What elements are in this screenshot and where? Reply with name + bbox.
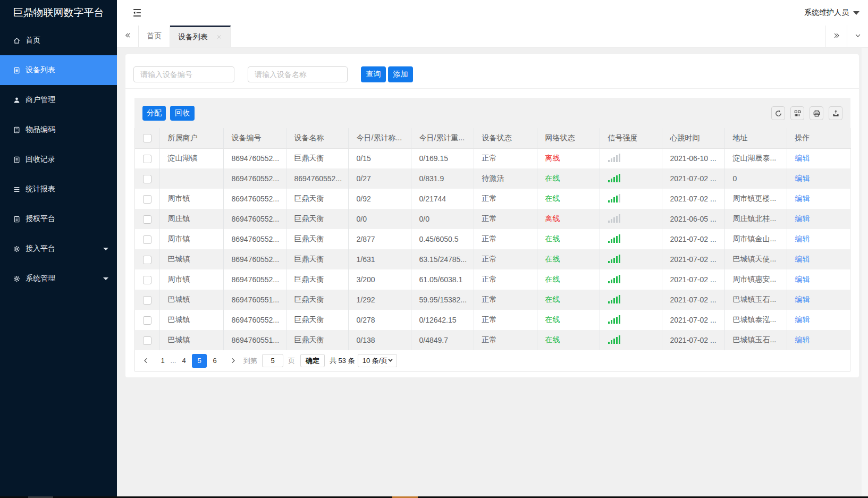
row-checkbox[interactable] <box>143 316 151 325</box>
row-checkbox[interactable] <box>143 215 151 224</box>
sidebar-item-设备列表[interactable]: 设备列表 <box>0 55 117 85</box>
sidebar-item-物品编码[interactable]: 物品编码 <box>0 115 117 145</box>
edit-link[interactable]: 编辑 <box>795 214 810 223</box>
signal-strength-bars <box>608 335 621 344</box>
edit-link[interactable]: 编辑 <box>795 154 810 162</box>
app-title: 巨鼎物联网数字平台 <box>0 0 117 26</box>
assign-button[interactable]: 分配 <box>142 106 166 121</box>
edit-link[interactable]: 编辑 <box>795 335 810 344</box>
columns-button[interactable] <box>790 106 804 120</box>
cell-today-count: 0/0 <box>348 209 411 229</box>
row-checkbox[interactable] <box>143 235 151 244</box>
row-checkbox[interactable] <box>143 296 151 305</box>
tabs-menu-button[interactable] <box>847 26 868 47</box>
sidebar-item-商户管理[interactable]: 商户管理 <box>0 85 117 115</box>
cell-address: 巴城镇天使... <box>724 249 787 269</box>
grid-toolbar: 分配 回收 <box>134 98 850 128</box>
page-number-1[interactable]: 1 <box>157 354 168 368</box>
signal-strength-bars <box>608 234 621 243</box>
sidebar-item-接入平台[interactable]: 接入平台 <box>0 234 117 264</box>
sidebar-item-授权平台[interactable]: 授权平台 <box>0 204 117 234</box>
page-number-6[interactable]: 6 <box>209 354 220 368</box>
prev-page-button[interactable] <box>140 354 151 368</box>
page-number-5[interactable]: 5 <box>192 354 207 368</box>
tabs-scroll-right-button[interactable] <box>825 26 847 47</box>
query-button[interactable]: 查询 <box>361 66 386 82</box>
edit-link[interactable]: 编辑 <box>795 275 810 283</box>
column-header: 设备名称 <box>286 128 348 148</box>
cell-device-no: 8694760551... <box>223 330 286 350</box>
chevron-down-icon <box>854 32 862 41</box>
scrollbar-track[interactable] <box>862 48 868 496</box>
export-button[interactable] <box>829 106 842 120</box>
printer-button[interactable] <box>810 106 823 120</box>
edit-link[interactable]: 编辑 <box>795 315 810 324</box>
tab-label: 设备列表 <box>178 32 208 42</box>
device-no-input[interactable] <box>133 66 234 82</box>
edit-link[interactable]: 编辑 <box>795 295 810 303</box>
recycle-button[interactable]: 回收 <box>170 106 195 121</box>
refresh-button[interactable] <box>771 106 785 120</box>
device-table: 所属商户设备编号设备名称今日/累计称...今日/累计重...设备状态网络状态信号… <box>135 128 851 350</box>
page-unit-label: 页 <box>288 356 295 366</box>
network-status-text: 离线 <box>545 214 560 223</box>
row-checkbox[interactable] <box>143 276 151 284</box>
cell-device-no: 8694760552... <box>223 189 286 209</box>
cell-actions: 编辑 <box>787 168 851 189</box>
close-icon[interactable] <box>216 34 222 40</box>
sidebar-item-统计报表[interactable]: 统计报表 <box>0 174 117 204</box>
sidebar-item-首页[interactable]: 首页 <box>0 26 117 55</box>
edit-link[interactable]: 编辑 <box>795 174 810 182</box>
double-chevron-left-icon <box>124 32 131 40</box>
cell-today-count: 0/138 <box>348 330 411 350</box>
cell-heartbeat: 2021-07-02 ... <box>662 330 724 350</box>
cell-merchant <box>159 168 223 189</box>
device-name-input[interactable] <box>248 66 348 82</box>
column-header: 今日/累计重... <box>411 128 474 148</box>
refresh-icon <box>774 109 782 117</box>
confirm-button[interactable]: 确定 <box>300 354 325 367</box>
network-status-text: 在线 <box>545 194 560 202</box>
sidebar-item-系统管理[interactable]: 系统管理 <box>0 264 117 293</box>
edit-link[interactable]: 编辑 <box>795 194 810 202</box>
row-checkbox[interactable] <box>143 256 151 264</box>
edit-link[interactable]: 编辑 <box>795 255 810 263</box>
edit-link[interactable]: 编辑 <box>795 234 810 243</box>
column-header: 今日/累计称... <box>348 128 411 148</box>
tab-设备列表[interactable]: 设备列表 <box>170 26 231 47</box>
cell-device-no: 8694760552... <box>223 269 286 290</box>
user-icon <box>13 96 21 104</box>
cell-heartbeat: 2021-07-02 ... <box>662 249 724 269</box>
next-page-button[interactable] <box>227 354 238 368</box>
page-number-4[interactable]: 4 <box>179 354 189 368</box>
cell-actions: 编辑 <box>787 269 851 290</box>
tab-首页[interactable]: 首页 <box>139 26 170 47</box>
gear-icon <box>13 275 21 283</box>
select-all-checkbox[interactable] <box>143 134 151 142</box>
cell-actions: 编辑 <box>787 148 851 168</box>
menu-fold-icon[interactable] <box>132 7 142 18</box>
page-size-select[interactable]: 10 条/页 <box>358 354 397 367</box>
table-row: 巴城镇8694760552...巨鼎天衡0/2780/12642.15正常在线2… <box>135 310 851 330</box>
device-list-panel: 查询 添加 分配 回收 所属商户设备编号设备名称今日/累计称...今日/累计重. <box>125 54 859 377</box>
add-button[interactable]: 添加 <box>388 66 413 82</box>
goto-label: 到第 <box>243 356 257 366</box>
row-checkbox[interactable] <box>143 195 151 204</box>
clipboard-icon <box>13 126 21 134</box>
row-checkbox[interactable] <box>143 336 151 345</box>
goto-page-input[interactable] <box>262 354 283 367</box>
list-icon <box>13 185 21 193</box>
cell-signal <box>600 229 662 249</box>
cell-signal <box>600 330 662 350</box>
cell-device-name: 巨鼎天衡 <box>286 229 348 249</box>
row-checkbox[interactable] <box>143 175 151 183</box>
cell-device-no: 8694760552... <box>223 229 286 249</box>
cell-actions: 编辑 <box>787 310 851 330</box>
row-checkbox[interactable] <box>143 155 151 163</box>
cell-today-weight: 0/21744 <box>411 189 474 209</box>
tabs-scroll-left-button[interactable] <box>117 26 139 47</box>
user-menu[interactable]: 系统维护人员 <box>804 0 859 26</box>
table-row: 周市镇8694760552...巨鼎天衡0/920/21744正常在线2021-… <box>135 189 851 209</box>
cell-heartbeat: 2021-07-02 ... <box>662 168 724 189</box>
sidebar-item-回收记录[interactable]: 回收记录 <box>0 145 117 174</box>
